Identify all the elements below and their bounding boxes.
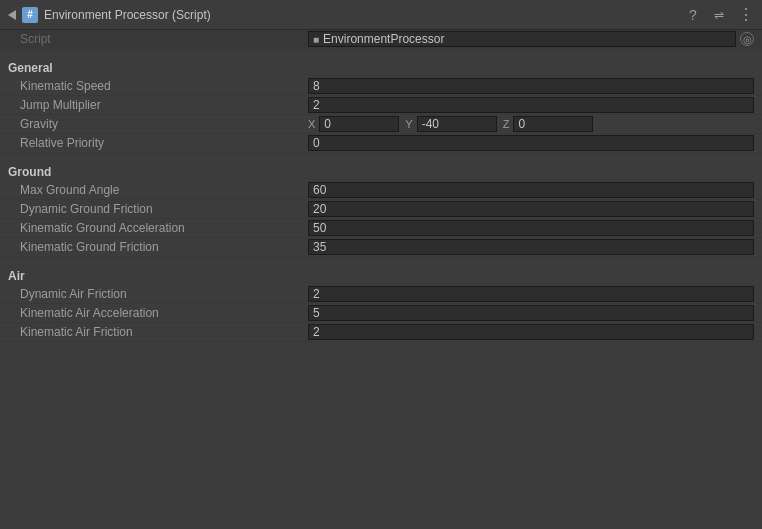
gravity-x-input[interactable] [319, 116, 399, 132]
kinematic-air-accel-row: Kinematic Air Acceleration [0, 304, 762, 323]
kinematic-ground-accel-label: Kinematic Ground Acceleration [8, 221, 308, 235]
kinematic-ground-friction-input[interactable] [308, 239, 754, 255]
kinematic-speed-row: Kinematic Speed [0, 77, 762, 96]
kinematic-ground-friction-label: Kinematic Ground Friction [8, 240, 308, 254]
relative-priority-label: Relative Priority [8, 136, 308, 150]
collapse-icon[interactable] [8, 10, 16, 20]
kinematic-air-accel-input[interactable] [308, 305, 754, 321]
script-file-icon: ■ [313, 34, 319, 45]
window-title: Environment Processor (Script) [44, 8, 211, 22]
max-ground-angle-row: Max Ground Angle [0, 181, 762, 200]
dynamic-air-friction-input[interactable] [308, 286, 754, 302]
relative-priority-input[interactable] [308, 135, 754, 151]
max-ground-angle-label: Max Ground Angle [8, 183, 308, 197]
dynamic-air-friction-row: Dynamic Air Friction [0, 285, 762, 304]
gravity-z-input[interactable] [513, 116, 593, 132]
kinematic-ground-accel-input[interactable] [308, 220, 754, 236]
gravity-row: Gravity X Y Z [0, 115, 762, 134]
gravity-label: Gravity [8, 117, 308, 131]
jump-multiplier-label: Jump Multiplier [8, 98, 308, 112]
kinematic-ground-friction-row: Kinematic Ground Friction [0, 238, 762, 257]
kinematic-air-friction-row: Kinematic Air Friction [0, 323, 762, 342]
sliders-icon[interactable]: ⇌ [710, 6, 728, 24]
general-header: General [8, 61, 308, 75]
ground-header-row: Ground [0, 159, 762, 181]
jump-multiplier-row: Jump Multiplier [0, 96, 762, 115]
kinematic-air-friction-label: Kinematic Air Friction [8, 325, 308, 339]
script-target-icon[interactable]: ◎ [740, 32, 754, 46]
hash-icon: # [22, 7, 38, 23]
script-row: Script ■ EnvironmentProcessor ◎ [0, 30, 762, 49]
gravity-y-input[interactable] [417, 116, 497, 132]
dynamic-air-friction-label: Dynamic Air Friction [8, 287, 308, 301]
kinematic-speed-input[interactable] [308, 78, 754, 94]
dynamic-ground-friction-row: Dynamic Ground Friction [0, 200, 762, 219]
dynamic-ground-friction-input[interactable] [308, 201, 754, 217]
script-value: EnvironmentProcessor [323, 32, 731, 46]
script-label: Script [8, 32, 308, 46]
gravity-z-label: Z [503, 118, 510, 130]
air-header-row: Air [0, 263, 762, 285]
gravity-y-label: Y [405, 118, 412, 130]
title-bar: # Environment Processor (Script) ? ⇌ ⋮ [0, 0, 762, 30]
relative-priority-row: Relative Priority [0, 134, 762, 153]
content: Script ■ EnvironmentProcessor ◎ General … [0, 30, 762, 342]
jump-multiplier-input[interactable] [308, 97, 754, 113]
gravity-x-label: X [308, 118, 315, 130]
kinematic-air-friction-input[interactable] [308, 324, 754, 340]
general-header-row: General [0, 55, 762, 77]
kinematic-air-accel-label: Kinematic Air Acceleration [8, 306, 308, 320]
max-ground-angle-input[interactable] [308, 182, 754, 198]
ground-header: Ground [8, 165, 308, 179]
more-options-icon[interactable]: ⋮ [736, 6, 754, 24]
dynamic-ground-friction-label: Dynamic Ground Friction [8, 202, 308, 216]
help-icon[interactable]: ? [684, 6, 702, 24]
kinematic-ground-accel-row: Kinematic Ground Acceleration [0, 219, 762, 238]
air-header: Air [8, 269, 308, 283]
kinematic-speed-label: Kinematic Speed [8, 79, 308, 93]
